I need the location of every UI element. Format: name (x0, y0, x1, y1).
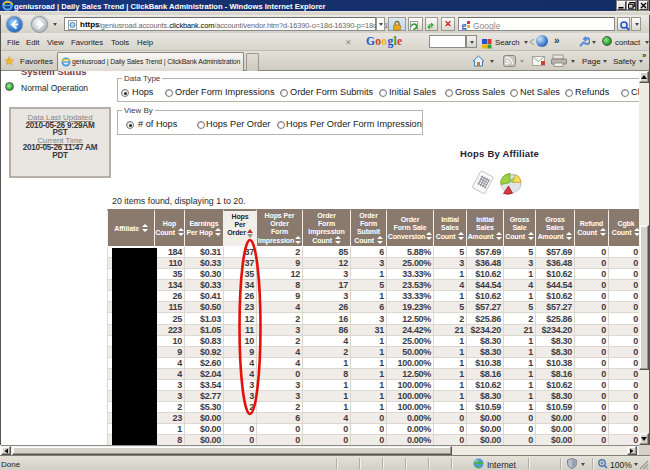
svg-text:g: g (462, 20, 467, 30)
